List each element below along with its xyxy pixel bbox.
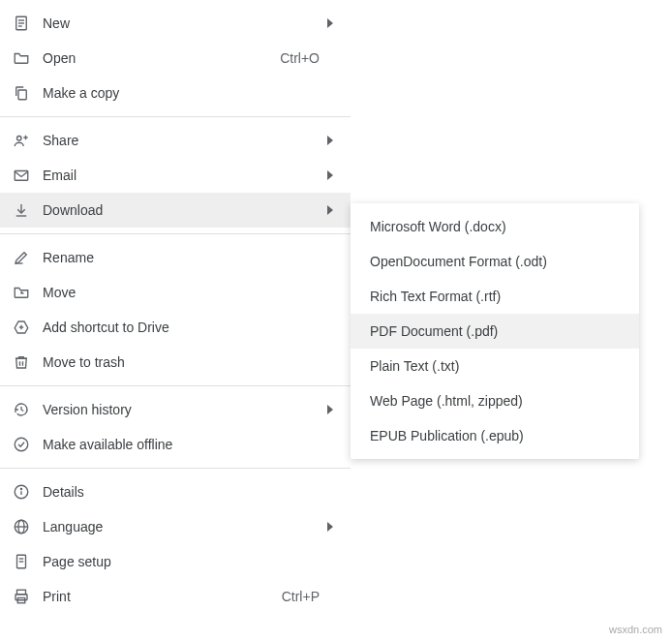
- menu-label: Add shortcut to Drive: [43, 320, 339, 335]
- menu-item-offline[interactable]: Make available offline: [0, 427, 351, 462]
- menu-item-page-setup[interactable]: Page setup: [0, 544, 351, 579]
- menu-item-open[interactable]: Open Ctrl+O: [0, 41, 351, 76]
- menu-shortcut: Ctrl+P: [282, 589, 320, 604]
- chevron-right-icon: [327, 405, 333, 414]
- history-icon: [12, 400, 31, 419]
- menu-item-add-shortcut[interactable]: Add shortcut to Drive: [0, 310, 351, 345]
- submenu-label: Microsoft Word (.docx): [370, 219, 506, 234]
- submenu-item-pdf[interactable]: PDF Document (.pdf): [351, 314, 639, 349]
- menu-separator: [0, 116, 351, 117]
- menu-label: Language: [43, 519, 339, 534]
- menu-item-share[interactable]: Share: [0, 123, 351, 158]
- svg-point-5: [17, 137, 22, 141]
- menu-label: Page setup: [43, 554, 339, 569]
- rename-icon: [12, 248, 31, 267]
- menu-separator: [0, 468, 351, 469]
- svg-point-17: [15, 438, 28, 451]
- trash-icon: [12, 352, 31, 372]
- submenu-item-epub[interactable]: EPUB Publication (.epub): [351, 418, 639, 453]
- submenu-item-html[interactable]: Web Page (.html, zipped): [351, 383, 639, 418]
- drive-shortcut-icon: [12, 318, 31, 337]
- menu-item-language[interactable]: Language: [0, 509, 351, 544]
- menu-label: New: [43, 15, 339, 31]
- info-icon: [12, 482, 31, 502]
- watermark: wsxdn.com: [609, 624, 662, 635]
- menu-separator: [0, 385, 351, 386]
- submenu-item-txt[interactable]: Plain Text (.txt): [351, 349, 639, 383]
- menu-label: Make available offline: [43, 437, 339, 452]
- download-icon: [12, 200, 31, 220]
- svg-point-20: [20, 488, 21, 489]
- menu-separator: [0, 233, 351, 234]
- offline-icon: [12, 435, 31, 454]
- chevron-right-icon: [327, 170, 333, 180]
- download-submenu: Microsoft Word (.docx) OpenDocument Form…: [351, 203, 639, 459]
- folder-icon: [12, 48, 31, 68]
- menu-item-email[interactable]: Email: [0, 158, 351, 193]
- menu-item-trash[interactable]: Move to trash: [0, 345, 351, 380]
- submenu-label: OpenDocument Format (.odt): [370, 254, 547, 269]
- submenu-item-odt[interactable]: OpenDocument Format (.odt): [351, 244, 639, 279]
- menu-shortcut: Ctrl+O: [280, 50, 320, 66]
- document-icon: [12, 14, 31, 33]
- submenu-label: Plain Text (.txt): [370, 358, 459, 374]
- menu-item-details[interactable]: Details: [0, 474, 351, 509]
- menu-item-move[interactable]: Move: [0, 275, 351, 310]
- share-icon: [12, 131, 31, 150]
- menu-item-new[interactable]: New: [0, 6, 351, 41]
- menu-label: Version history: [43, 402, 339, 417]
- menu-item-print[interactable]: Print Ctrl+P: [0, 579, 351, 614]
- chevron-right-icon: [327, 205, 333, 215]
- menu-label: Open: [43, 50, 280, 66]
- svg-rect-8: [15, 171, 28, 181]
- menu-item-download[interactable]: Download: [0, 193, 351, 228]
- file-menu: New Open Ctrl+O Make a copy Share Email: [0, 0, 351, 620]
- page-setup-icon: [12, 552, 31, 571]
- menu-label: Print: [43, 589, 282, 604]
- menu-label: Move: [43, 285, 339, 300]
- menu-label: Download: [43, 202, 339, 218]
- submenu-label: PDF Document (.pdf): [370, 323, 498, 339]
- submenu-label: EPUB Publication (.epub): [370, 428, 524, 443]
- print-icon: [12, 587, 31, 606]
- globe-icon: [12, 517, 31, 536]
- menu-label: Share: [43, 133, 339, 148]
- submenu-item-docx[interactable]: Microsoft Word (.docx): [351, 209, 639, 244]
- menu-label: Rename: [43, 250, 339, 265]
- menu-item-make-copy[interactable]: Make a copy: [0, 76, 351, 110]
- menu-label: Move to trash: [43, 354, 339, 370]
- submenu-label: Web Page (.html, zipped): [370, 393, 523, 409]
- chevron-right-icon: [327, 522, 333, 532]
- copy-icon: [12, 83, 31, 103]
- menu-label: Details: [43, 484, 339, 500]
- svg-rect-4: [18, 90, 26, 100]
- menu-label: Make a copy: [43, 85, 339, 101]
- move-icon: [12, 283, 31, 302]
- menu-label: Email: [43, 168, 339, 183]
- menu-item-version-history[interactable]: Version history: [0, 392, 351, 427]
- chevron-right-icon: [327, 136, 333, 145]
- email-icon: [12, 166, 31, 185]
- submenu-item-rtf[interactable]: Rich Text Format (.rtf): [351, 279, 639, 314]
- chevron-right-icon: [327, 18, 333, 28]
- submenu-label: Rich Text Format (.rtf): [370, 289, 501, 304]
- menu-item-rename[interactable]: Rename: [0, 240, 351, 275]
